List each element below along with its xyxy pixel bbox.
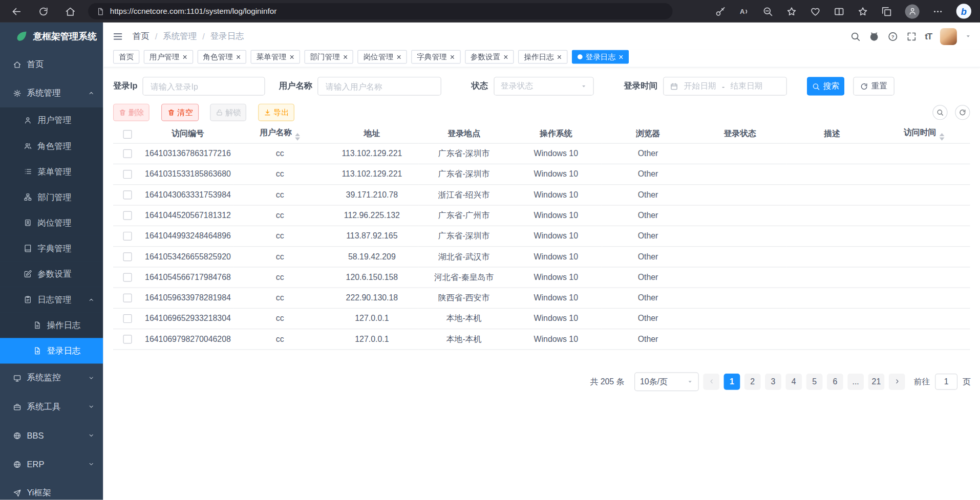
address-bar[interactable]: https://ccnetcore.com:1101/system/log/lo…	[88, 3, 672, 19]
table-row[interactable]: 1641053426655825920cc58.19.42.209湖北省-武汉市…	[113, 246, 970, 267]
close-icon[interactable]: ×	[503, 53, 508, 61]
row-checkbox[interactable]	[123, 335, 132, 344]
close-icon[interactable]: ×	[557, 53, 562, 61]
refresh-icon[interactable]	[38, 6, 49, 17]
tab-login-log[interactable]: 登录日志×	[572, 50, 629, 64]
breadcrumb-item[interactable]: 登录日志	[210, 31, 244, 42]
bing-icon[interactable]: b	[956, 4, 971, 18]
profile-icon[interactable]	[905, 4, 920, 18]
site-info-icon[interactable]	[96, 7, 104, 15]
row-checkbox[interactable]	[123, 232, 132, 241]
table-row[interactable]: 1641059633978281984cc222.90.130.18陕西省-西安…	[113, 288, 970, 308]
next-page-button[interactable]	[889, 373, 905, 389]
close-icon[interactable]: ×	[236, 53, 241, 61]
settings-ellipsis-icon[interactable]	[932, 6, 943, 17]
row-checkbox[interactable]	[123, 191, 132, 200]
select-all-checkbox[interactable]	[123, 130, 132, 139]
page-button-6[interactable]: 6	[827, 373, 843, 389]
tab-post-mgmt[interactable]: 岗位管理×	[358, 50, 407, 64]
row-checkbox[interactable]	[123, 273, 132, 282]
table-row[interactable]: 1641031367863177216cc113.102.129.221广东省-…	[113, 143, 970, 164]
tab-dict-mgmt[interactable]: 字典管理×	[411, 50, 460, 64]
sidebar-item-yi-framework[interactable]: Yi框架	[0, 479, 103, 500]
font-size-icon[interactable]: tT	[925, 31, 932, 41]
table-row[interactable]: 1641054566717984768cc120.6.150.158河北省-秦皇…	[113, 267, 970, 287]
sidebar-item-dept-mgmt[interactable]: 部门管理	[0, 184, 103, 210]
tab-dept-mgmt[interactable]: 部门管理×	[304, 50, 353, 64]
sidebar-item-system-tools[interactable]: 系统工具	[0, 393, 103, 421]
table-row[interactable]: 1641069798270046208cc127.0.0.1本地-本机Windo…	[113, 329, 970, 349]
sort-icon[interactable]	[940, 133, 945, 141]
sidebar-item-bbs[interactable]: BBS	[0, 421, 103, 450]
sort-icon[interactable]	[295, 133, 301, 141]
prev-page-button[interactable]	[703, 373, 719, 389]
column-header[interactable]: 用户名称	[234, 125, 326, 143]
close-icon[interactable]: ×	[450, 53, 455, 61]
export-button[interactable]: 导出	[258, 104, 294, 121]
sidebar-item-dict-mgmt[interactable]: 字典管理	[0, 235, 103, 261]
sidebar-item-param-settings[interactable]: 参数设置	[0, 261, 103, 287]
goto-page-input[interactable]	[935, 373, 957, 389]
search-icon[interactable]	[850, 31, 861, 41]
breadcrumb-item[interactable]: 系统管理	[163, 31, 197, 42]
unlock-button[interactable]: 解锁	[210, 104, 246, 121]
favorites-add-icon[interactable]	[786, 6, 797, 17]
row-checkbox[interactable]	[123, 149, 132, 158]
sidebar-item-system-mgmt[interactable]: 系统管理	[0, 79, 103, 107]
page-button-2[interactable]: 2	[744, 373, 761, 389]
clear-button[interactable]: 清空	[161, 104, 199, 121]
table-row[interactable]: 1641043063331753984cc39.171.210.78浙江省-绍兴…	[113, 184, 970, 205]
close-icon[interactable]: ×	[396, 53, 401, 61]
column-header[interactable]: 访问时间	[878, 125, 970, 143]
row-checkbox[interactable]	[123, 253, 132, 262]
page-size-select[interactable]: 10条/页	[634, 372, 699, 391]
avatar[interactable]	[940, 28, 957, 45]
page-button-5[interactable]: 5	[806, 373, 823, 389]
tab-role-mgmt[interactable]: 角色管理×	[197, 50, 246, 64]
table-row[interactable]: 1641044520567181312cc112.96.225.132广东省-广…	[113, 205, 970, 225]
login-time-range-picker[interactable]: 开始日期 - 结束日期	[663, 77, 787, 96]
page-ellipsis[interactable]: ...	[847, 373, 864, 389]
collections-icon[interactable]	[881, 6, 892, 17]
table-row[interactable]: 1641044993248464896cc113.87.92.165广东省-深圳…	[113, 226, 970, 246]
sidebar-item-erp[interactable]: ERP	[0, 450, 103, 479]
page-button-4[interactable]: 4	[785, 373, 802, 389]
status-select[interactable]: 登录状态	[494, 77, 593, 96]
table-row[interactable]: 1641069652933218304cc127.0.0.1本地-本机Windo…	[113, 308, 970, 329]
split-screen-icon[interactable]	[834, 6, 844, 17]
search-button[interactable]: 搜索	[807, 77, 844, 96]
login-ip-input[interactable]	[142, 77, 265, 96]
sidebar-item-log-mgmt[interactable]: 日志管理	[0, 287, 103, 312]
table-row[interactable]: 1641031533185863680cc113.102.129.221广东省-…	[113, 164, 970, 184]
zoom-out-icon[interactable]	[762, 6, 773, 17]
close-icon[interactable]: ×	[182, 53, 187, 61]
row-checkbox[interactable]	[123, 170, 132, 179]
tab-user-mgmt[interactable]: 用户管理×	[144, 50, 193, 64]
key-icon[interactable]	[715, 6, 726, 17]
row-checkbox[interactable]	[123, 314, 132, 323]
sidebar-item-home[interactable]: 首页	[0, 50, 103, 79]
app-logo[interactable]: 意框架管理系统	[0, 23, 103, 50]
reset-button[interactable]: 重置	[853, 77, 894, 96]
close-icon[interactable]: ×	[289, 53, 294, 61]
tab-home[interactable]: 首页	[113, 50, 139, 64]
sidebar-item-system-monitor[interactable]: 系统监控	[0, 363, 103, 392]
fullscreen-icon[interactable]	[906, 31, 917, 41]
sidebar-item-user-mgmt[interactable]: 用户管理	[0, 107, 103, 133]
page-button-3[interactable]: 3	[765, 373, 781, 389]
page-button-1[interactable]: 1	[724, 373, 740, 389]
breadcrumb-item[interactable]: 首页	[133, 31, 150, 42]
sidebar-toggle-icon[interactable]	[113, 31, 123, 41]
close-icon[interactable]: ×	[343, 53, 348, 61]
toggle-search-button[interactable]	[932, 105, 947, 120]
close-icon[interactable]: ×	[619, 53, 623, 61]
page-button-21[interactable]: 21	[868, 373, 885, 389]
read-aloud-icon[interactable]: A	[739, 6, 750, 17]
delete-button[interactable]: 删除	[113, 104, 150, 121]
tab-param-settings[interactable]: 参数设置×	[465, 50, 514, 64]
github-icon[interactable]	[869, 31, 880, 41]
sidebar-item-post-mgmt[interactable]: 岗位管理	[0, 210, 103, 235]
sidebar-item-operation-log[interactable]: 操作日志	[0, 312, 103, 338]
help-icon[interactable]: ?	[887, 31, 898, 41]
tab-operation-log[interactable]: 操作日志×	[518, 50, 567, 64]
